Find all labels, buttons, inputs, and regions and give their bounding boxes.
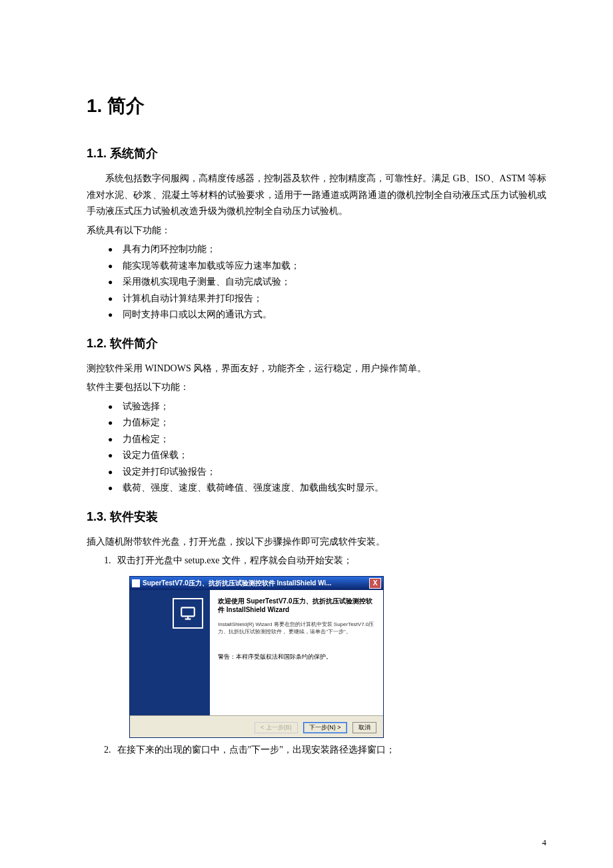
list-item: 设定并打印试验报告；: [108, 464, 546, 481]
paragraph: 软件主要包括以下功能：: [87, 379, 546, 396]
installer-body: 欢迎使用 SuperTestV7.0压力、抗折抗压试验测控软件 InstallS…: [130, 590, 383, 715]
installer-icon: [132, 579, 140, 587]
installer-button-bar: < 上一步(B) 下一步(N) > 取消: [130, 715, 383, 737]
list-item: 力值检定；: [108, 431, 546, 448]
numbered-list: 在接下来的出现的窗口中，点击"下一步"，出现安装路径选择窗口；: [87, 742, 546, 759]
list-item: 载荷、强度、速度、载荷峰值、强度速度、加载曲线实时显示。: [108, 480, 546, 497]
svg-rect-0: [181, 607, 195, 616]
heading-1: 1. 简介: [87, 93, 546, 119]
paragraph: 测控软件采用 WINDOWS 风格，界面友好，功能齐全，运行稳定，用户操作简单。: [87, 361, 546, 377]
list-item: 在接下来的出现的窗口中，点击"下一步"，出现安装路径选择窗口；: [113, 742, 546, 759]
heading-1-1: 1.1. 系统简介: [87, 145, 546, 161]
list-item: 具有力闭环控制功能；: [108, 241, 546, 258]
list-item: 计算机自动计算结果并打印报告；: [108, 291, 546, 307]
paragraph: 插入随机附带软件光盘，打开光盘，按以下步骤操作即可完成软件安装。: [87, 534, 546, 551]
list-item: 力值标定；: [108, 415, 546, 431]
installer-sidebar: [130, 590, 210, 715]
bullet-list: 试验选择； 力值标定； 力值检定； 设定力值保载； 设定并打印试验报告； 载荷、…: [87, 399, 546, 497]
paragraph: 系统包括数字伺服阀，高精度传感器，控制器及软件，控制精度高，可靠性好。满足 GB…: [87, 171, 546, 220]
installer-titlebar: SuperTestV7.0压力、抗折抗压试验测控软件 InstallShield…: [130, 577, 383, 590]
paragraph: 系统具有以下功能：: [87, 223, 546, 239]
list-item: 同时支持串口或以太网的通讯方式。: [108, 307, 546, 323]
back-button: < 上一步(B): [255, 722, 298, 733]
numbered-list: 双击打开光盘中 setup.exe 文件，程序就会自动开始安装；: [87, 553, 546, 569]
document-page: 1. 简介 1.1. 系统简介 系统包括数字伺服阀，高精度传感器，控制器及软件，…: [0, 0, 613, 868]
close-icon[interactable]: X: [369, 578, 381, 589]
installer-welcome: 欢迎使用 SuperTestV7.0压力、抗折抗压试验测控软件 InstallS…: [218, 597, 375, 614]
list-item: 试验选择；: [108, 399, 546, 415]
installer-warning: 警告：本程序受版权法和国际条约的保护。: [218, 653, 375, 661]
list-item: 能实现等载荷速率加载或等应力速率加载；: [108, 258, 546, 275]
list-item: 设定力值保载；: [108, 447, 546, 464]
next-button[interactable]: 下一步(N) >: [303, 722, 346, 733]
page-number: 4: [542, 837, 547, 848]
heading-1-3: 1.3. 软件安装: [87, 509, 546, 525]
bullet-list: 具有力闭环控制功能； 能实现等载荷速率加载或等应力速率加载； 采用微机实现电子测…: [87, 241, 546, 323]
installer-content: 欢迎使用 SuperTestV7.0压力、抗折抗压试验测控软件 InstallS…: [210, 590, 383, 715]
installer-title: SuperTestV7.0压力、抗折抗压试验测控软件 InstallShield…: [143, 579, 332, 588]
computer-icon: [173, 598, 203, 629]
installer-desc: InstallShield(R) Wizard 将要在您的计算机中安装 Supe…: [218, 621, 375, 635]
installer-screenshot: SuperTestV7.0压力、抗折抗压试验测控软件 InstallShield…: [129, 576, 384, 738]
heading-1-2: 1.2. 软件简介: [87, 335, 546, 351]
list-item: 双击打开光盘中 setup.exe 文件，程序就会自动开始安装；: [113, 553, 546, 569]
cancel-button[interactable]: 取消: [352, 722, 376, 733]
list-item: 采用微机实现电子测量、自动完成试验；: [108, 274, 546, 291]
